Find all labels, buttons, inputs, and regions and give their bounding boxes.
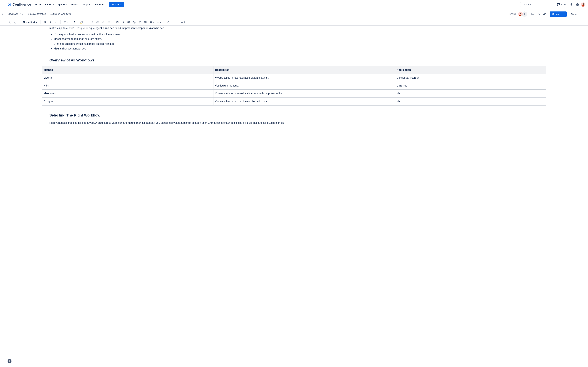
image-button[interactable]: [126, 20, 131, 25]
link-button[interactable]: [121, 20, 126, 25]
breadcrumb-item-space[interactable]: CleverApp: [7, 12, 19, 16]
table-row[interactable]: Congue Viverra tellus in hac habitasse p…: [42, 98, 546, 105]
table-cell[interactable]: Consequat interdum varius sit amet matti…: [213, 90, 395, 98]
action-item-button[interactable]: [115, 20, 120, 25]
table-cell[interactable]: Viverra tellus in hac habitasse platea d…: [213, 98, 395, 105]
table-cell[interactable]: n/a: [395, 98, 546, 105]
table-dropdown[interactable]: [148, 20, 155, 25]
svg-point-5: [5, 4, 5, 5]
indent-button[interactable]: [106, 20, 111, 25]
italic-button[interactable]: I: [48, 20, 53, 25]
nav-templates[interactable]: Templates: [92, 2, 106, 7]
outdent-button[interactable]: [101, 20, 106, 25]
alignment-dropdown[interactable]: [62, 20, 69, 25]
mention-button[interactable]: [132, 20, 137, 25]
list-item[interactable]: Mauris rhoncus aenean vel.: [54, 47, 539, 50]
layouts-button[interactable]: [143, 20, 148, 25]
help-fab[interactable]: ?: [8, 359, 11, 363]
table-row[interactable]: Maecenas Consequat interdum varius sit a…: [42, 90, 546, 98]
svg-point-6: [3, 5, 3, 6]
heading-overview[interactable]: Overview of All Workflows: [49, 58, 539, 63]
confluence-logo[interactable]: Confluence: [8, 2, 31, 7]
chevron-down-icon: [160, 21, 161, 23]
app-switcher-icon[interactable]: [1, 2, 7, 7]
table-row[interactable]: Nibh Vestibulum rhoncus. Urna nec: [42, 82, 546, 90]
chevron-down-icon: [153, 21, 154, 23]
update-split-button: Update: [550, 11, 567, 17]
ai-write-button[interactable]: Write: [174, 20, 188, 25]
heading-selecting[interactable]: Selecting The Right Workflow: [49, 113, 539, 118]
table-cell[interactable]: Viverra tellus in hac habitasse platea d…: [213, 74, 395, 82]
svg-point-15: [520, 13, 521, 14]
table-cell[interactable]: n/a: [395, 90, 546, 98]
svg-rect-38: [150, 21, 152, 23]
nav-apps[interactable]: Apps: [82, 2, 92, 7]
breadcrumb-item-current[interactable]: Setting up Workflows: [49, 12, 72, 16]
comments-icon[interactable]: [530, 11, 535, 17]
close-button[interactable]: Close: [569, 11, 579, 17]
table-cell[interactable]: Maecenas: [42, 90, 213, 98]
list-item[interactable]: Consequat interdum varius sit amet matti…: [54, 32, 539, 36]
help-icon[interactable]: ?: [575, 2, 580, 7]
nav-teams[interactable]: Teams: [69, 2, 81, 7]
nav-recent[interactable]: Recent: [43, 2, 56, 7]
restrictions-icon[interactable]: [536, 11, 541, 17]
breadcrumb-item-ellipsis[interactable]: ...: [21, 12, 25, 16]
svg-rect-29: [116, 21, 119, 23]
emoji-button[interactable]: [137, 20, 142, 25]
text-style-dropdown[interactable]: Normal text: [21, 20, 39, 25]
body-paragraph[interactable]: Nibh venenatis cras sed felis eget velit…: [49, 121, 539, 125]
profile-avatar[interactable]: [581, 2, 585, 7]
table-header-method[interactable]: Method: [42, 66, 213, 74]
copy-link-icon[interactable]: [542, 11, 547, 17]
table-row-selection-handle[interactable]: [548, 84, 548, 105]
update-button[interactable]: Update: [550, 11, 562, 17]
collaborator-avatar[interactable]: M: [518, 11, 523, 17]
table-cell[interactable]: Urna nec: [395, 82, 546, 90]
list-item[interactable]: Maecenas volutpat blandit aliquam etiam.: [54, 37, 539, 41]
numbered-list-button[interactable]: 123: [95, 20, 100, 25]
redo-button[interactable]: [13, 20, 18, 25]
insert-dropdown[interactable]: [156, 20, 162, 25]
search-input[interactable]: [523, 3, 552, 6]
nav-home[interactable]: Home: [34, 2, 43, 7]
table-header-row[interactable]: Method Description Application: [42, 66, 546, 74]
bold-button[interactable]: B: [42, 20, 48, 25]
table-cell[interactable]: Congue: [42, 98, 213, 105]
document-body[interactable]: mattis vulputate enim. Congue quisque eg…: [28, 26, 560, 125]
svg-point-31: [128, 22, 128, 22]
bullet-list-button[interactable]: [89, 20, 95, 25]
breadcrumb-sep: /: [48, 12, 48, 16]
notifications-icon[interactable]: [569, 2, 574, 7]
list-item[interactable]: Urna nec tincidunt praesent semper feugi…: [54, 42, 539, 46]
table-cell[interactable]: Vestibulum rhoncus.: [213, 82, 395, 90]
breadcrumb-item-parent[interactable]: Sales Automation: [27, 12, 47, 16]
intro-fragment[interactable]: mattis vulputate enim. Congue quisque eg…: [49, 26, 539, 30]
table-cell[interactable]: Nibh: [42, 82, 213, 90]
more-formatting-button[interactable]: [53, 20, 59, 25]
find-button[interactable]: [166, 20, 171, 25]
svg-point-7: [4, 5, 4, 6]
workflows-table[interactable]: Method Description Application Viverra V…: [42, 66, 546, 106]
svg-text:?: ?: [577, 4, 578, 6]
table-header-description[interactable]: Description: [213, 66, 395, 74]
more-actions-icon[interactable]: [580, 11, 585, 17]
sidebar-expand-handle[interactable]: [1, 11, 4, 17]
table-cell[interactable]: Viverra: [42, 74, 213, 82]
toolbar-separator: [164, 20, 164, 24]
table-header-application[interactable]: Application: [395, 66, 546, 74]
text-color-button[interactable]: A: [72, 20, 79, 25]
create-button[interactable]: Create: [109, 2, 124, 7]
table-row[interactable]: Viverra Viverra tellus in hac habitasse …: [42, 74, 546, 82]
nav-spaces[interactable]: Spaces: [56, 2, 69, 7]
table-cell[interactable]: Consequat interdum: [395, 74, 546, 82]
chat-button[interactable]: Chat: [555, 2, 567, 7]
update-dropdown[interactable]: [562, 11, 567, 17]
toolbar-separator: [71, 20, 71, 24]
highlight-button[interactable]: [79, 20, 86, 25]
chevron-down-icon: [89, 4, 90, 5]
product-name: Confluence: [12, 2, 31, 7]
search-box[interactable]: [520, 2, 553, 7]
bullet-list[interactable]: Consequat interdum varius sit amet matti…: [49, 32, 539, 50]
undo-button[interactable]: [7, 20, 12, 25]
